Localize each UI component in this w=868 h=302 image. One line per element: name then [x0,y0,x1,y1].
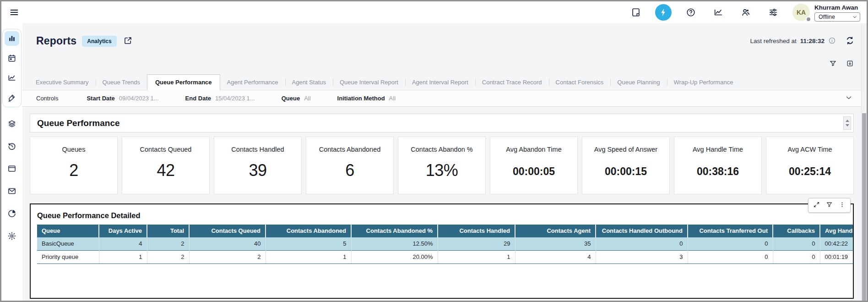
column-header-contacts-agent[interactable]: Contacts Agent [515,225,596,237]
topbar-icons [628,4,781,21]
column-header-contacts-queued[interactable]: Contacts Queued [189,225,266,237]
tab-agent-status[interactable]: Agent Status [285,75,333,90]
sidebar-item-line-chart[interactable] [5,71,19,85]
refresh-button[interactable] [845,36,855,47]
kpi-label: Avg Abandon Time [490,146,577,153]
table-cell: 0 [688,237,773,250]
kpi-value: 13% [398,161,485,180]
line-chart-icon [713,7,723,17]
detail-table-container: QueueDays ActiveTotalContacts QueuedCont… [37,225,853,264]
filter-icon [826,201,833,208]
topbar: KA Khurram Awan Offline [1,1,867,23]
scrollbar-thumb[interactable] [862,113,866,301]
analytics-badge: Analytics [82,36,116,47]
vertical-scrollbar[interactable] [861,23,867,301]
tab-agent-interval-report[interactable]: Agent Interval Report [405,75,475,90]
control-queue[interactable]: QueueAll [282,95,311,102]
lightning-button[interactable] [655,4,672,21]
column-header-contacts-handled-outbound[interactable]: Contacts Handled Outbound [596,225,688,237]
column-header-queue[interactable]: Queue [37,225,99,237]
download-button[interactable] [846,60,854,69]
kpi-value: 00:00:05 [490,165,577,178]
agents-button[interactable] [738,4,754,21]
status-select[interactable]: Offline [814,12,860,22]
widget-filter-button[interactable] [826,201,833,209]
column-header-contacts-abandoned-[interactable]: Contacts Abandoned % [351,225,438,237]
page-header: Reports Analytics Last refreshed at 11:2… [22,23,861,47]
widget-kebab-button[interactable] [839,201,846,209]
column-header-contacts-tranferred-out[interactable]: Contacts Tranferred Out [688,225,773,237]
column-header-contacts-handled[interactable]: Contacts Handled [438,225,515,237]
quick-actions [22,47,861,69]
notes-icon [631,7,641,17]
sidebar-item-mail[interactable] [5,184,19,198]
kpi-label: Contacts Abandoned [306,146,393,153]
controls-collapse-button[interactable] [845,93,853,103]
user-area: KA Khurram Awan Offline [792,4,860,22]
sidebar-item-history[interactable] [5,139,19,154]
table-cell: 00:42:22 [820,237,853,250]
sidebar [1,23,22,301]
widget-toolbar [808,198,851,213]
kpi-label: Avg Handle Time [674,146,761,153]
open-in-new-button[interactable] [123,36,133,47]
tab-contract-trace-record[interactable]: Contract Trace Record [475,75,549,90]
column-header-avg-handl-[interactable]: Avg Handl. [820,225,853,237]
queue-performance-detailed-widget: Queue Performance Detailed QueueDays Act… [30,203,854,299]
line-chart-button[interactable] [710,4,727,21]
control-end-date[interactable]: End Date15/04/2023 1... [185,95,255,102]
sidebar-item-layers[interactable] [5,116,19,131]
tab-queue-performance[interactable]: Queue Performance [147,74,220,90]
pie-chart-icon [7,209,16,218]
sidebar-primary-group [2,29,22,107]
table-row[interactable]: Priority queue122120.00%1430000:01:19 [37,250,853,264]
mail-icon [7,187,16,196]
sidebar-item-bar-chart[interactable] [5,31,19,46]
filter-button[interactable] [829,60,837,69]
tab-queue-planning[interactable]: Queue Planning [610,75,667,90]
section-spinner[interactable] [843,116,851,130]
table-cell: BasicQueue [37,237,99,250]
info-button[interactable] [828,37,836,46]
column-header-total[interactable]: Total [147,225,189,237]
column-header-callbacks[interactable]: Callbacks [773,225,820,237]
tab-executive-summary[interactable]: Executive Summary [29,75,96,90]
sidebar-item-brush[interactable] [5,90,19,105]
chevron-down-icon [852,14,857,20]
kpi-card-contacts-abandoned: Contacts Abandoned6 [306,137,394,194]
control-start-date[interactable]: Start Date09/04/2023 1... [87,95,158,102]
tab-queue-interval-report[interactable]: Queue Interval Report [333,75,405,90]
kpi-card-contacts-handled: Contacts Handled39 [214,137,302,194]
section-title: Queue Performance [37,118,120,128]
tab-agent-performance[interactable]: Agent Performance [220,75,285,90]
widget-expand-button[interactable] [813,201,820,209]
control-initiation-method[interactable]: Initiation MethodAll [337,95,396,102]
avatar[interactable]: KA [792,4,810,21]
kpi-card-avg-acw-time: Avg ACW Time00:25:14 [766,137,854,194]
sidebar-item-settings[interactable] [5,229,19,243]
controls-label: Controls [36,95,58,102]
window-icon [7,164,16,173]
sidebar-item-calendar[interactable] [5,51,19,66]
table-cell: 0 [773,250,820,264]
tab-wrap-up-performance[interactable]: Wrap-Up Performance [667,75,740,90]
external-link-icon [123,36,133,45]
tab-queue-trends[interactable]: Queue Trends [96,75,147,90]
help-button[interactable] [683,4,699,21]
sliders-button[interactable] [765,4,781,21]
table-header-row: QueueDays ActiveTotalContacts QueuedCont… [37,225,853,237]
sidebar-item-pie-chart[interactable] [5,206,19,221]
tab-contact-forensics[interactable]: Contact Forensics [549,75,611,90]
status-select-value: Offline [819,14,835,20]
table-cell: 0 [773,237,820,250]
table-row[interactable]: BasicQueue4240512.50%293500000:42:22 [37,237,853,250]
notes-button[interactable] [628,4,644,21]
sidebar-item-window[interactable] [5,161,19,176]
menu-button[interactable] [7,5,21,19]
chevron-down-icon [845,93,853,102]
report-tabs: Executive SummaryQueue TrendsQueue Perfo… [22,69,861,90]
column-header-days-active[interactable]: Days Active [99,225,147,237]
column-header-contacts-abandoned[interactable]: Contacts Abandoned [266,225,351,237]
table-cell: 2 [147,237,189,250]
control-label: Initiation Method [337,95,385,102]
